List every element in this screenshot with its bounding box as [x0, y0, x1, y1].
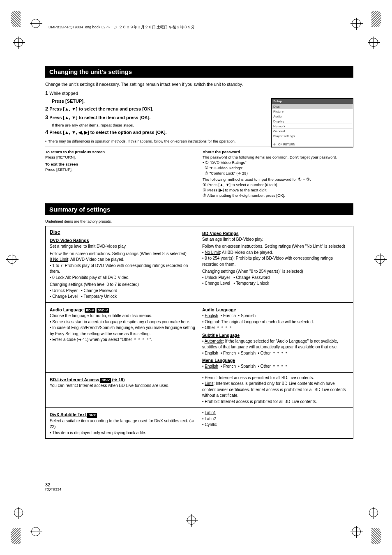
- doc-code: RQT9334: [45, 487, 61, 491]
- option: Permit: Internet access is permitted for…: [205, 375, 314, 380]
- setting-title: DVD-Video Ratings: [50, 237, 196, 244]
- setup-diagram: Setup Disc Picture Audio Display Network…: [271, 98, 353, 152]
- pw-step: After inputting the 4-digit number, pres…: [207, 193, 285, 198]
- diagram-subcaption: Player settings.: [272, 134, 353, 142]
- option: 8 No Limit: [50, 257, 68, 262]
- register-mark: [369, 38, 378, 47]
- setting-desc: Set a ratings level to limit DVD-Video p…: [50, 244, 196, 250]
- about-password-title: About the password: [203, 150, 240, 154]
- option: Some discs start in a certain language d…: [52, 320, 190, 324]
- section-title: Changing the unit's settings: [45, 66, 353, 78]
- book-header: DMPB15P-RQT9334_eng.book 32 ページ ２００９年３月２…: [48, 25, 195, 30]
- setting-note: Follow the on-screen instructions. Setti…: [50, 251, 196, 257]
- hatch-mark: [371, 528, 381, 544]
- pw-item: "DVD-Video Ratings": [210, 160, 247, 165]
- register-mark: [187, 516, 196, 525]
- summary-table: Disc DVD-Video Ratings Set a ratings lev…: [45, 226, 353, 439]
- diagram-tabs: ⊚OK RETURN: [272, 142, 353, 147]
- step-condition: While stopped: [49, 91, 78, 96]
- option: 0 Lock All: Prohibits play of all DVD-Vi…: [52, 275, 129, 280]
- step-number: 4: [45, 129, 48, 135]
- diagram-row: Disc: [272, 104, 353, 109]
- step-number: 2: [45, 106, 48, 112]
- setting-title: Audio Language BD-V DVD-V: [50, 307, 196, 313]
- setting-title: BD-Video Ratings: [202, 230, 349, 237]
- step-action: Press [▲, ▼] to select the item and pres…: [49, 115, 150, 120]
- summary-intro: Underlined items are the factory presets…: [45, 219, 353, 223]
- intro-text: Change the unit's settings if necessary.…: [45, 82, 353, 87]
- option: Enter a code (➔ 41) when you select "Oth…: [52, 337, 152, 342]
- hatch-mark: [371, 11, 381, 27]
- diagram-row: Display: [272, 119, 353, 124]
- exit-title: To exit the screen: [45, 162, 78, 166]
- setting-title: DivX Subtitle Text DivX: [50, 412, 196, 418]
- register-mark: [31, 527, 40, 536]
- setting-desc: You can restrict Internet access when BD…: [50, 383, 196, 389]
- about-password-line: The password of the following items are …: [203, 155, 353, 160]
- dvdv-tag: DVD-V: [97, 308, 109, 313]
- option: 0 to 254 year(s): Prohibits play of BD-V…: [202, 256, 333, 267]
- register-mark: [14, 508, 23, 517]
- setting-desc: Select a suitable item according to the …: [50, 418, 196, 430]
- setting-title: BD-Live Internet Access BD-V (➔ 19): [50, 377, 196, 383]
- register-mark: [7, 255, 16, 264]
- bullet-icon: •: [203, 160, 204, 165]
- exit-line: Press [SETUP].: [45, 167, 196, 173]
- setting-title: Audio Language: [202, 307, 349, 313]
- page-footer: 32 RQT9334: [45, 482, 61, 491]
- return-line: Press [RETURN].: [45, 155, 196, 160]
- divx-tag: DivX: [87, 413, 97, 418]
- step-action: Press [▲, ▼, ◀, ▶] to select the option …: [49, 130, 166, 135]
- return-exit-block: To return to the previous screen Press […: [45, 150, 353, 198]
- register-mark: [31, 19, 40, 28]
- register-mark: [376, 255, 385, 264]
- pw-step: Press [▲, ▼] to select a number (0 to 9)…: [208, 182, 278, 187]
- diagram-row: Network: [272, 124, 353, 129]
- option: No Limit: [205, 250, 220, 255]
- pw-item: "Content Lock" (➔ 29): [210, 171, 248, 175]
- bdv-tag: BD-V: [100, 378, 111, 383]
- setting-title: Menu Language: [202, 357, 349, 364]
- option: Original: The original language of each …: [205, 320, 314, 324]
- option: In case of English/French/Spanish langua…: [50, 325, 195, 336]
- page-number: 32: [45, 482, 50, 487]
- register-mark: [369, 508, 378, 517]
- group-head: Disc: [50, 229, 196, 236]
- step-number: 3: [45, 114, 48, 120]
- pw-method: The following method is used to input th…: [203, 177, 353, 182]
- setting-desc: Choose the language for audio, subtitle …: [50, 313, 196, 319]
- pw-item: "BD-Video Ratings": [210, 166, 243, 170]
- diagram-row: Audio: [272, 114, 353, 119]
- section-title: Summary of settings: [45, 203, 353, 215]
- change-note: Changing settings (When "0 to 254 year(s…: [202, 269, 349, 275]
- register-mark: [14, 38, 23, 47]
- option: Prohibit: Internet access is prohibited …: [205, 399, 317, 404]
- option: 1 to 7: Prohibits play of DVD-Video with…: [50, 263, 188, 274]
- step-action: Press [▲, ▼] to select the menu and pres…: [49, 106, 153, 111]
- step-note: There may be differences in operation me…: [48, 139, 235, 143]
- hatch-mark: [11, 528, 21, 544]
- step-number: 1: [45, 90, 48, 96]
- change-note: Changing settings (When level 0 to 7 is …: [50, 282, 196, 288]
- page-content: Changing the unit's settings Change the …: [45, 66, 353, 439]
- diagram-title: Setup: [272, 99, 353, 104]
- bdv-tag: BD-V: [85, 308, 95, 313]
- option: Internet access is permitted only for BD…: [202, 381, 346, 398]
- setting-desc: Set an age limit of BD-Video play.: [202, 237, 349, 243]
- option: If the language selected for "Audio Lang…: [202, 339, 338, 350]
- diagram-row: Picture: [272, 109, 353, 114]
- setting-note: Follow the on-screen instructions. Setti…: [202, 244, 349, 250]
- register-mark: [352, 527, 361, 536]
- pw-step: Press [▶] to move to the next digit.: [208, 188, 267, 192]
- option: Latin2: [205, 417, 216, 421]
- setting-title: Subtitle Language: [202, 332, 349, 339]
- hatch-mark: [11, 11, 21, 27]
- return-title: To return to the previous screen: [45, 150, 105, 154]
- register-mark: [352, 19, 361, 28]
- option: Cyrillic: [205, 422, 217, 427]
- option: This item is displayed only when playing…: [52, 431, 146, 435]
- diagram-row: General: [272, 129, 353, 134]
